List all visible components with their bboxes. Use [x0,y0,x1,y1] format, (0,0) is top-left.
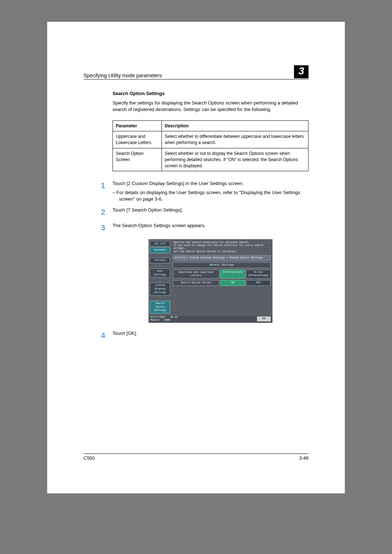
footer-page: 3-48 [299,455,309,461]
param-cell: Search Option Screen [113,148,162,171]
option-label: Search Option Screen [173,280,219,286]
table-header-description: Description [162,120,308,131]
on-button[interactable]: ON [220,280,245,286]
option-row-case: Uppercase and Lowercase Letters Differen… [173,270,271,279]
step-1: 1 Touch [2 Custom Display Settings] in t… [113,180,309,202]
step-number: 1 [91,180,113,202]
arrow-down-icon: ↓ [150,264,170,267]
step-number: 3 [91,222,113,234]
do-not-differentiate-button[interactable]: Do Not Differentiate [246,270,271,279]
page-footer: C550 3-48 [83,454,309,461]
step-text: Touch [7 Search Option Settings]. [113,207,309,213]
footer-memory-label: Memory [150,319,159,321]
desc-cell: Select whether to differentiate between … [162,131,308,148]
step-text: Touch [OK]. [113,330,309,337]
footer-memory-value: 100% [164,319,170,321]
parameter-table: Parameter Description Uppercase and Lowe… [113,120,309,172]
step-subtext: For details on displaying the User Setti… [119,189,309,202]
header-title: Specifying Utility mode parameters [83,73,162,78]
document-page: Specifying Utility mode parameters 3 Sea… [47,22,345,493]
screenshot-main: Specify the search conditions for detail… [171,239,272,315]
step-3: 3 The Search Option Settings screen appe… [113,222,309,234]
tab-custom-display-settings[interactable]: Custom Display Settings [150,283,170,295]
screenshot-sidebar: Job List Bookmark Utility ↓ User Setting… [149,239,171,315]
page-header: Specifying Utility mode parameters 3 [83,65,309,79]
section-title: Search Option Settings [113,90,309,97]
param-cell: Uppercase and Lowercase Letters [113,131,162,148]
section-intro: Specify the settings for displaying the … [113,100,309,113]
tab-user-settings[interactable]: User Settings [150,268,170,278]
desc-cell: Select whether or not to display the Sea… [162,148,308,171]
tab-search-option-settings[interactable]: Search Option Settings [150,301,170,313]
tab-job-list[interactable]: Job List [150,241,170,247]
tab-bookmark[interactable]: Bookmark [150,247,170,253]
option-label: Uppercase and Lowercase Letters [173,270,219,279]
screenshot-footer: 04/17/2007 10:24 Memory 100% OK [149,315,272,322]
differentiate-button[interactable]: Differentiate [220,270,245,279]
footer-time: 10:24 [170,316,178,319]
step-2: 2 Touch [7 Search Option Settings]. [113,207,309,218]
screenshot-breadcrumb: Utility > Custom Display Settings > Sear… [173,255,271,261]
content-area: Search Option Settings Specify the setti… [113,90,309,341]
footer-model: C550 [83,455,95,461]
arrow-down-icon: ↓ [150,297,170,300]
screenshot-instructions: Specify the search conditions for detail… [173,241,271,254]
tab-utility[interactable]: Utility [150,258,170,263]
step-4: 4 Touch [OK]. [113,330,309,341]
table-row: Search Option Screen Select whether or n… [113,148,309,171]
ok-button[interactable]: OK [257,316,271,321]
table-row: Uppercase and Lowercase Letters Select w… [113,131,309,148]
off-button[interactable]: OFF [246,280,271,286]
arrow-down-icon: ↓ [150,279,170,282]
step-text: The Search Option Settings screen appear… [113,222,309,229]
chapter-number: 3 [294,65,309,78]
device-screenshot: Job List Bookmark Utility ↓ User Setting… [148,239,273,323]
default-settings-button[interactable]: Default Settings [173,262,271,268]
step-text: Touch [2 Custom Display Settings] in the… [113,180,309,187]
step-number: 2 [91,207,113,218]
option-row-screen: Search Option Screen ON OFF [173,280,271,286]
step-number: 4 [91,330,113,341]
table-header-parameter: Parameter [113,120,162,131]
